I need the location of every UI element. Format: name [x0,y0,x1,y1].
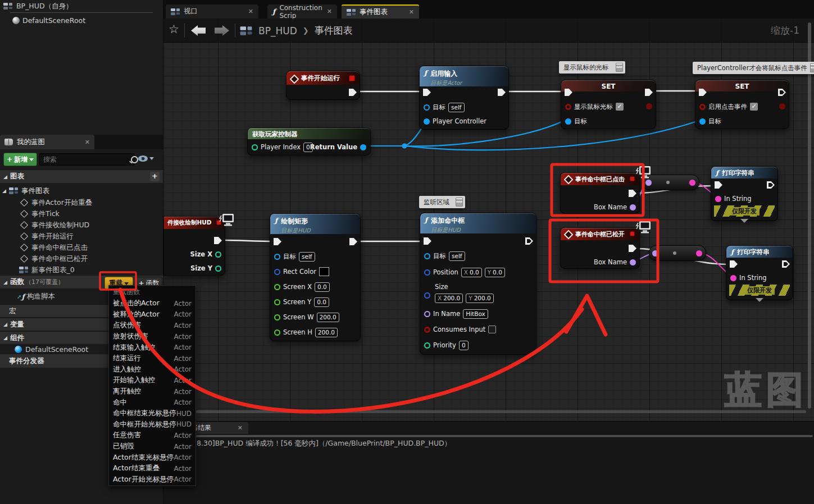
color-swatch[interactable] [319,267,329,276]
target-pin[interactable] [424,104,430,111]
priority-value-box[interactable]: 0 [459,341,469,350]
menu-item[interactable]: Actor开始光标悬停Actor [109,474,195,485]
comment-pin-icon[interactable] [810,63,814,72]
return-value-pin[interactable] [360,144,366,150]
node-set-show-mouse-cursor[interactable]: SET 显示鼠标光标 ✓ 目标 [561,80,656,129]
menu-item[interactable]: 结束运行Actor [109,353,195,364]
name-in-pin[interactable] [645,180,652,186]
menu-item[interactable]: 任意伤害Actor [109,430,195,441]
menu-item[interactable]: 命中Actor [109,397,195,408]
value-box[interactable]: 200.0 [317,313,339,322]
search-input[interactable] [40,155,131,163]
collapse-triangle-icon[interactable]: ◢ [3,322,7,327]
add-new-button[interactable]: +新增 [3,153,37,166]
value-box[interactable]: 0.0 [314,297,329,307]
menu-item[interactable]: 开始输入触控Actor [109,375,195,386]
collapse-triangle-icon[interactable]: ◢ [3,335,7,341]
node-header[interactable]: SET [561,80,656,91]
position-x-box[interactable]: X0.0 [461,268,482,277]
menu-item[interactable]: 已销毁Actor [109,441,195,452]
collapse-arrow-icon[interactable] [756,298,763,302]
node-print-string[interactable]: ƒ 打印字符串 In String 仅限开发 [711,166,778,221]
menu-item[interactable]: Actor结束光标悬停Actor [109,452,195,463]
node-add-hitbox[interactable]: ƒ 添加命中框目标是HUD 目标 self Position X0.0 Y0.0… [420,213,536,355]
close-icon[interactable]: ✕ [85,139,90,146]
node-draw-rect[interactable]: ƒ 绘制矩形目标是HUD 目标 self Rect Color Screen X… [270,213,361,341]
target-pin[interactable] [565,118,571,125]
tab-construction-script[interactable]: ƒ Construction Scrip✕ [267,4,337,19]
node-header[interactable]: 事件命中框已松开 [561,228,639,240]
size-x-pin[interactable] [215,251,221,258]
size-pin[interactable] [424,292,430,299]
node-print-string[interactable]: ƒ 打印字符串 In String 仅限开发 [726,245,793,300]
exec-out-pin[interactable] [498,89,506,96]
node-header[interactable]: ƒ 打印字符串 [726,246,793,258]
node-get-player-controller[interactable]: 获取玩家控制器 Player Index 0 Return Value [247,127,371,155]
target-pin[interactable] [699,118,706,125]
menu-item[interactable]: 放射状伤害Actor [109,331,195,342]
menu-item[interactable]: Actor结束重叠Actor [109,463,195,474]
screen-x-pin[interactable] [274,284,280,290]
node-header[interactable]: 获取玩家控制器 [248,128,370,139]
exec-out-pin[interactable] [349,238,357,245]
tree-item-event[interactable]: 事件接收绘制HUD [0,219,184,231]
bool-in-pin[interactable] [699,104,706,110]
menu-item[interactable]: 进入触控Actor [109,364,195,375]
tree-item-event[interactable]: 事件命中框已松开 [0,253,184,264]
close-icon[interactable]: ✕ [409,8,414,16]
search-box[interactable] [39,153,135,166]
value-box[interactable]: 200.0 [315,328,338,337]
rect-color-pin[interactable] [274,269,280,275]
tree-item-event[interactable]: 事件Tick [0,208,184,219]
node-header[interactable]: SET [695,80,789,91]
exec-out-pin[interactable] [767,181,775,189]
exec-out-pin[interactable] [214,237,222,244]
checkbox-unchecked[interactable] [488,326,496,333]
in-string-pin[interactable] [715,196,721,202]
name-value-box[interactable]: HitBox [463,309,488,319]
string-out-pin[interactable] [689,180,695,186]
collapse-triangle-icon[interactable]: ◢ [3,174,7,180]
target-value-box[interactable]: self [299,252,315,262]
close-icon[interactable]: ✕ [327,8,332,15]
player-index-pin[interactable] [252,144,258,150]
node-header[interactable]: 事件命中框已点击 [561,173,639,185]
player-controller-pin[interactable] [424,118,430,125]
position-y-box[interactable]: Y0.0 [485,268,505,277]
tab-viewport[interactable]: 视口✕ [166,4,258,19]
size-x-box[interactable]: X200.0 [435,294,463,303]
consumes-input-pin[interactable] [424,327,430,333]
checkbox-checked[interactable]: ✓ [616,103,624,111]
breadcrumb-asset[interactable]: BP_HUD [258,25,297,36]
menu-item[interactable]: 点状伤害Actor [109,320,195,331]
menu-item[interactable]: 被释放的ActorActor [109,309,195,320]
visibility-filter-button[interactable] [138,155,154,162]
tab-my-blueprint[interactable]: 我的蓝图 ✕ [0,135,94,149]
node-event-begin-play[interactable]: 事件开始运行 [286,71,360,100]
menu-item[interactable]: 命中框结束光标悬停HUD [109,408,195,419]
tab-event-graph[interactable]: 事件图表✕ [342,4,419,19]
node-header[interactable]: ƒ 添加命中框目标是HUD [420,213,536,233]
comment-pin-icon[interactable] [616,63,623,72]
comment-listen-area[interactable]: 监听区域 [419,196,465,208]
tree-item-new-event-graph[interactable]: 新事件图表_0 [0,264,182,276]
target-pin[interactable] [274,254,280,260]
tree-item-event[interactable]: 事件命中框已点击 [0,242,184,253]
target-value-box[interactable]: self [448,103,465,112]
node-event-hitbox-release[interactable]: 事件命中框已松开 Box Name [560,227,640,269]
tree-item-event-graph[interactable]: ◢ 事件图表 [0,185,163,196]
menu-item[interactable]: 被点击的ActorActor [109,298,195,309]
comment-click-events[interactable]: PlayerController才会将鼠标点击事件 [693,62,814,74]
bool-out-pin[interactable] [646,103,652,109]
exec-in-pin[interactable] [730,260,738,268]
node-header[interactable]: ƒ 启用输入目标是Actor [420,66,508,86]
breadcrumb-graph[interactable]: 事件图表 [315,24,353,37]
screen-w-pin[interactable] [274,314,280,320]
close-icon[interactable]: ✕ [238,424,243,432]
string-out-pin[interactable] [696,250,702,256]
add-graph-button[interactable]: + [150,172,160,181]
exec-in-pin[interactable] [424,237,431,245]
screen-h-pin[interactable] [274,329,280,336]
name-in-pin[interactable] [652,250,658,256]
position-pin[interactable] [424,269,430,276]
